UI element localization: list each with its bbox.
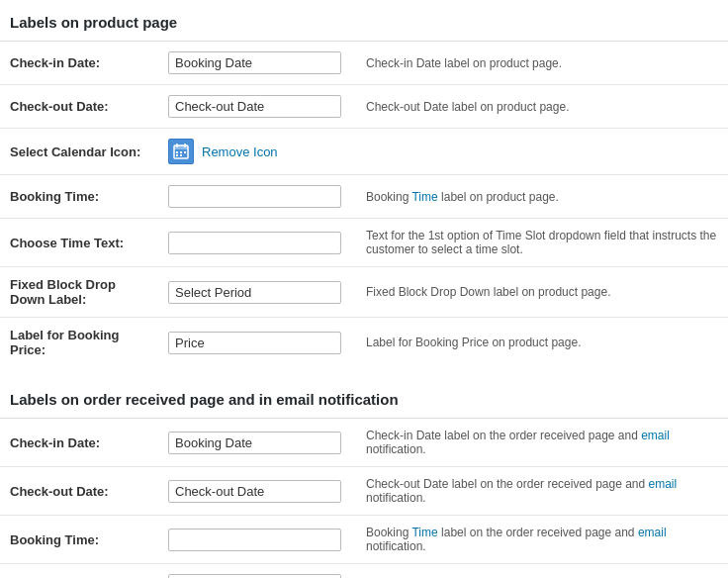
order-email-table: Check-in Date: Check-in Date label on th… <box>0 419 728 578</box>
choose-time-desc: Text for the 1st option of Time Slot dro… <box>356 219 728 267</box>
table-row: Check-out Date: Check-out Date label on … <box>0 85 728 129</box>
svg-rect-4 <box>176 151 178 153</box>
booking-time-input[interactable] <box>168 185 341 208</box>
booking-time-label: Booking Time: <box>0 175 158 219</box>
gap-1 <box>0 367 728 377</box>
booking-time-desc: Booking Time label on product page. <box>356 175 728 219</box>
table-row: Fixed Block Drop Down Label: Fixed Block… <box>0 267 728 318</box>
page-container: Labels on product page Check-in Date: Ch… <box>0 0 728 578</box>
booking-price-desc: Label for Booking Price on product page. <box>356 318 728 368</box>
checkout-date-label: Check-out Date: <box>0 85 158 129</box>
fixed-block-input[interactable] <box>168 281 341 304</box>
calendar-icon-label: Select Calendar Icon: <box>0 129 158 175</box>
calendar-icon-desc <box>356 129 728 175</box>
table-row: Booking Time: Booking Time label on prod… <box>0 175 728 219</box>
svg-rect-6 <box>184 151 186 153</box>
ics-file-label: ICS File Name: <box>0 564 158 579</box>
order-checkin-label: Check-in Date: <box>0 419 158 467</box>
order-checkout-email-link[interactable]: email <box>649 477 678 491</box>
order-time-email-link[interactable]: email <box>638 526 667 539</box>
fixed-block-label: Fixed Block Drop Down Label: <box>0 267 158 318</box>
choose-time-input-cell <box>158 219 356 267</box>
table-row: Select Calendar Icon: <box>0 129 728 175</box>
product-page-title: Labels on product page <box>0 0 728 42</box>
table-row: ICS File Name: ICS File name. <box>0 564 728 579</box>
svg-rect-5 <box>180 151 182 153</box>
table-row: Check-out Date: Check-out Date label on … <box>0 467 728 516</box>
order-booking-time-desc: Booking Time label on the order received… <box>356 516 728 564</box>
order-booking-time-input[interactable] <box>168 529 341 551</box>
calendar-icon-wrapper: Remove Icon <box>168 139 346 164</box>
booking-price-input[interactable] <box>168 332 341 354</box>
order-checkin-input[interactable] <box>168 432 341 454</box>
order-checkin-input-cell <box>158 419 356 467</box>
remove-icon-link[interactable]: Remove Icon <box>202 144 278 159</box>
booking-time-link[interactable]: Time <box>411 190 437 204</box>
svg-rect-8 <box>180 154 182 156</box>
checkin-date-input-cell <box>158 42 356 85</box>
table-row: Check-in Date: Check-in Date label on pr… <box>0 42 728 85</box>
checkin-date-desc: Check-in Date label on product page. <box>356 42 728 85</box>
order-checkin-desc: Check-in Date label on the order receive… <box>356 419 728 467</box>
ics-file-desc: ICS File name. <box>356 564 728 579</box>
product-page-table: Check-in Date: Check-in Date label on pr… <box>0 42 728 367</box>
booking-price-label: Label for Booking Price: <box>0 318 158 368</box>
order-checkout-label: Check-out Date: <box>0 467 158 516</box>
booking-time-input-cell <box>158 175 356 219</box>
product-page-section: Labels on product page Check-in Date: Ch… <box>0 0 728 367</box>
checkout-date-desc: Check-out Date label on product page. <box>356 85 728 129</box>
ics-file-input[interactable] <box>168 574 341 578</box>
fixed-block-desc: Fixed Block Drop Down label on product p… <box>356 267 728 318</box>
choose-time-input[interactable] <box>168 232 341 254</box>
calendar-icon[interactable] <box>168 139 194 164</box>
ics-file-input-cell <box>158 564 356 579</box>
order-checkout-input[interactable] <box>168 480 341 503</box>
order-email-title: Labels on order received page and in ema… <box>0 377 728 419</box>
checkin-date-label: Check-in Date: <box>0 42 158 85</box>
checkout-date-input-cell <box>158 85 356 129</box>
table-row: Check-in Date: Check-in Date label on th… <box>0 419 728 467</box>
svg-rect-7 <box>176 154 178 156</box>
table-row: Choose Time Text: Text for the 1st optio… <box>0 219 728 267</box>
checkin-date-input[interactable] <box>168 51 341 74</box>
choose-time-label: Choose Time Text: <box>0 219 158 267</box>
order-booking-time-input-cell <box>158 516 356 564</box>
order-checkout-input-cell <box>158 467 356 516</box>
order-checkout-desc: Check-out Date label on the order receiv… <box>356 467 728 516</box>
order-time-link[interactable]: Time <box>411 526 437 539</box>
checkout-date-input[interactable] <box>168 95 341 118</box>
table-row: Booking Time: Booking Time label on the … <box>0 516 728 564</box>
calendar-icon-input-cell: Remove Icon <box>158 129 356 175</box>
fixed-block-input-cell <box>158 267 356 318</box>
booking-price-input-cell <box>158 318 356 368</box>
order-booking-time-label: Booking Time: <box>0 516 158 564</box>
svg-rect-1 <box>174 145 188 149</box>
order-checkin-email-link[interactable]: email <box>641 429 670 442</box>
order-email-section: Labels on order received page and in ema… <box>0 377 728 578</box>
table-row: Label for Booking Price: Label for Booki… <box>0 318 728 368</box>
